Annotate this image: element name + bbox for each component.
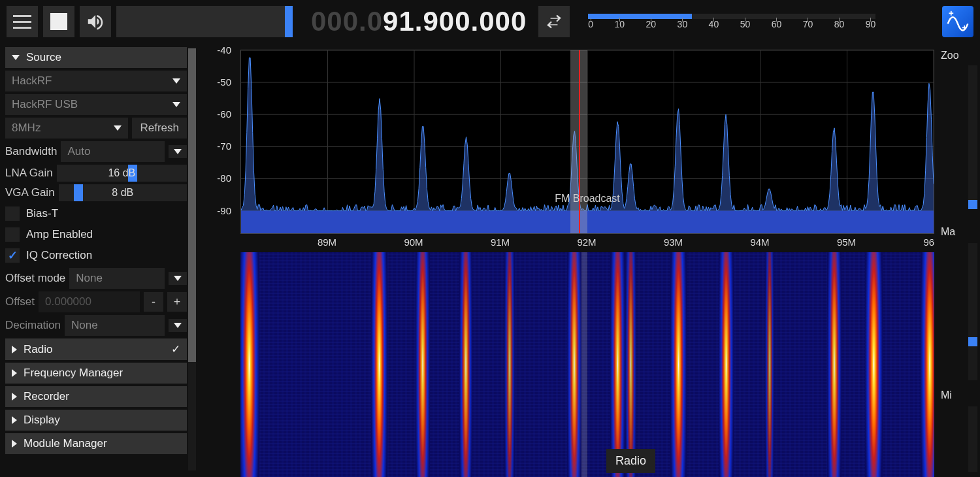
zoom-slider[interactable] [968, 65, 977, 209]
scale-tick: 90 [866, 19, 876, 29]
scale-tick: 40 [709, 19, 719, 29]
section-modman-header[interactable]: Module Manager [5, 433, 187, 454]
swap-icon [546, 13, 563, 30]
stop-button[interactable] [43, 6, 74, 37]
visualization-area: -40-50-60-70-80-90 FM Broadcast 89M90M91… [196, 43, 934, 477]
topbar: 000.091.900.000 0102030405060708090 [0, 0, 980, 43]
vfo-label: Radio [606, 449, 655, 473]
section-title: Frequency Manager [24, 367, 123, 380]
vfo-center-line [579, 50, 580, 233]
check-icon: ✓ [171, 342, 180, 356]
offset-increment[interactable]: + [167, 292, 187, 312]
logo-icon [947, 10, 969, 33]
section-recorder-header[interactable]: Recorder [5, 386, 187, 407]
section-freqman-header[interactable]: Frequency Manager [5, 363, 187, 384]
max-label: Ma [934, 226, 955, 238]
offset-mode-dropdown[interactable] [169, 272, 187, 285]
refresh-button[interactable]: Refresh [132, 118, 187, 139]
mute-button[interactable] [80, 6, 111, 37]
scale-tick: 10 [615, 19, 625, 29]
scale-tick: 60 [772, 19, 782, 29]
chevron-down-icon [172, 102, 180, 107]
snap-button[interactable] [538, 6, 570, 37]
waterfall-scale[interactable]: 0102030405060708090 [588, 6, 875, 37]
decimation-label: Decimation [5, 319, 61, 332]
chevron-right-icon [12, 346, 17, 354]
section-display-header[interactable]: Display [5, 410, 187, 431]
offset-decrement[interactable]: - [144, 292, 163, 312]
chevron-down-icon [12, 55, 20, 60]
section-title: Source [26, 51, 61, 64]
decimation-dropdown[interactable] [169, 319, 187, 332]
scale-tick: 70 [803, 19, 813, 29]
section-radio-header[interactable]: Radio ✓ [5, 338, 187, 360]
max-slider[interactable] [968, 243, 977, 380]
offset-mode-label: Offset mode [5, 272, 65, 285]
scale-tick: 30 [678, 19, 688, 29]
svg-rect-3 [964, 25, 965, 30]
bias-t-checkbox[interactable] [5, 206, 20, 221]
offset-input[interactable]: 0.000000 [39, 291, 140, 312]
section-title: Recorder [24, 390, 69, 403]
bandwidth-dropdown[interactable] [169, 145, 187, 158]
section-title: Module Manager [24, 437, 107, 450]
right-panel: Zoo Ma Mi [934, 43, 980, 477]
fft-x-axis: 89M90M91M92M93M94M95M96M [240, 237, 934, 252]
sdrpp-logo-button[interactable] [942, 6, 973, 37]
bias-t-label: Bias-T [26, 207, 58, 220]
vga-label: VGA Gain [5, 186, 55, 199]
section-source-header[interactable]: Source [5, 47, 187, 68]
chevron-down-icon [114, 125, 122, 131]
min-slider[interactable] [968, 406, 977, 472]
samplerate-select[interactable]: 8MHz [5, 118, 128, 139]
lna-label: LNA Gain [5, 167, 53, 180]
sidebar-scrollbar-thumb[interactable] [188, 48, 196, 362]
chevron-right-icon [12, 369, 17, 377]
scale-tick: 0 [588, 19, 593, 29]
amp-label: Amp Enabled [26, 228, 93, 241]
volume-slider[interactable] [116, 6, 293, 37]
offset-label: Offset [5, 295, 35, 308]
scale-tick: 50 [740, 19, 751, 29]
chevron-down-icon [174, 323, 182, 328]
svg-rect-1 [951, 11, 952, 16]
scale-tick: 80 [834, 19, 845, 29]
chevron-right-icon [12, 440, 17, 448]
chevron-right-icon [12, 416, 17, 424]
bandwidth-select[interactable]: Auto [61, 141, 165, 162]
lna-gain-slider[interactable]: 16 dB [57, 165, 187, 182]
iq-correction-checkbox[interactable] [5, 248, 20, 263]
main: Source HackRF HackRF USB 8MHz Ref [0, 43, 980, 477]
scale-tick: 20 [646, 19, 657, 29]
stop-icon [50, 13, 67, 30]
bandwidth-label: Bandwidth [5, 145, 57, 158]
max-slider-knob[interactable] [968, 337, 977, 346]
band-label: FM Broadcast [555, 193, 620, 205]
chevron-right-icon [12, 393, 17, 401]
speaker-icon [86, 12, 105, 31]
waterfall-display[interactable]: Radio [240, 252, 934, 477]
vga-gain-slider[interactable]: 8 dB [59, 184, 187, 201]
chevron-down-icon [174, 276, 182, 281]
fft-y-axis: -40-50-60-70-80-90 [203, 50, 235, 239]
frequency-display[interactable]: 000.091.900.000 [311, 6, 527, 37]
chevron-down-icon [174, 149, 182, 154]
decimation-select[interactable]: None [65, 315, 165, 336]
menu-button[interactable] [7, 6, 38, 37]
iq-label: IQ Correction [26, 249, 92, 262]
chevron-down-icon [172, 78, 180, 84]
device-select[interactable]: HackRF [5, 71, 187, 91]
connection-select[interactable]: HackRF USB [5, 94, 187, 115]
amp-enabled-checkbox[interactable] [5, 227, 20, 242]
sidebar: Source HackRF HackRF USB 8MHz Ref [0, 43, 196, 477]
section-title: Radio [24, 343, 52, 356]
zoom-label: Zoo [934, 50, 980, 61]
min-label: Mi [934, 389, 952, 401]
section-title: Display [24, 414, 60, 427]
fft-plot[interactable]: -40-50-60-70-80-90 FM Broadcast 89M90M91… [203, 50, 934, 252]
offset-mode-select[interactable]: None [69, 268, 165, 289]
zoom-slider-knob[interactable] [968, 200, 977, 209]
